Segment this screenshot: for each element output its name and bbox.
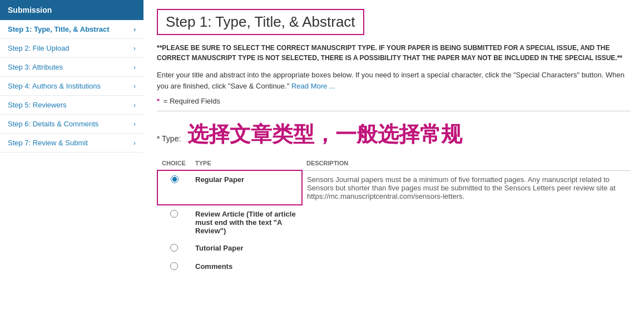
type-cell: Review Article (Title of article must en…: [191, 205, 302, 239]
read-more-link[interactable]: Read More ...: [291, 82, 335, 90]
type-label: * Type:: [157, 134, 181, 143]
choice-cell: [157, 205, 191, 239]
sidebar-item-step4[interactable]: Step 4: Authors & Institutions ›: [0, 77, 143, 96]
warning-text: **PLEASE BE SURE TO SELECT THE CORRECT M…: [157, 43, 631, 63]
sidebar-item-label: Step 2: File Upload: [8, 44, 70, 52]
radio-regular-paper[interactable]: [171, 175, 179, 183]
chevron-right-icon: ›: [133, 45, 136, 52]
section-divider: [157, 111, 631, 111]
sidebar-item-label: Step 5: Reviewers: [8, 101, 67, 109]
type-cell: Comments: [191, 258, 302, 276]
choice-cell: [157, 239, 191, 258]
sidebar-item-label: Step 3: Attributes: [8, 63, 63, 71]
chevron-right-icon: ›: [133, 101, 136, 109]
type-row: * Type: 选择文章类型，一般选择常规: [157, 120, 631, 149]
info-text: Enter your title and abstract into the a…: [157, 70, 631, 91]
desc-cell: [302, 205, 631, 239]
radio-comments[interactable]: [170, 262, 178, 270]
table-row: Comments: [157, 258, 631, 276]
desc-cell: [302, 239, 631, 258]
sidebar: Submission Step 1: Type, Title, & Abstra…: [0, 0, 143, 319]
table-row: Tutorial Paper: [157, 239, 631, 258]
type-table: CHOICE TYPE DESCRIPTION Regular Paper Se…: [157, 156, 631, 276]
sidebar-item-step1[interactable]: Step 1: Type, Title, & Abstract ›: [0, 20, 143, 39]
choice-cell: [157, 258, 191, 276]
col-description: DESCRIPTION: [302, 156, 631, 170]
paper-type-name: Comments: [195, 262, 232, 271]
desc-cell: [302, 258, 631, 276]
paper-type-name: Review Article (Title of article must en…: [195, 210, 296, 235]
radio-tutorial-paper[interactable]: [170, 244, 178, 252]
chevron-right-icon: ›: [133, 26, 136, 33]
type-cell: Tutorial Paper: [191, 239, 302, 258]
col-choice: CHOICE: [157, 156, 191, 170]
main-content: Step 1: Type, Title, & Abstract **PLEASE…: [143, 0, 644, 319]
desc-cell: Sensors Journal papers must be a minimum…: [302, 170, 631, 205]
col-type: TYPE: [191, 156, 302, 170]
chevron-right-icon: ›: [133, 139, 136, 147]
choice-cell: [157, 170, 191, 205]
sidebar-item-label: Step 4: Authors & Institutions: [8, 82, 101, 90]
required-star: *: [157, 97, 160, 105]
paper-type-name: Regular Paper: [195, 175, 244, 184]
sidebar-item-label: Step 6: Details & Comments: [8, 120, 98, 128]
page-title: Step 1: Type, Title, & Abstract: [157, 9, 364, 35]
sidebar-item-label: Step 1: Type, Title, & Abstract: [8, 25, 110, 33]
sidebar-item-step3[interactable]: Step 3: Attributes ›: [0, 58, 143, 77]
sidebar-item-step7[interactable]: Step 7: Review & Submit ›: [0, 134, 143, 153]
table-row: Review Article (Title of article must en…: [157, 205, 631, 239]
sidebar-item-step5[interactable]: Step 5: Reviewers ›: [0, 96, 143, 115]
radio-review-article[interactable]: [170, 210, 178, 218]
table-row: Regular Paper Sensors Journal papers mus…: [157, 170, 631, 205]
chevron-right-icon: ›: [133, 120, 136, 128]
sidebar-item-step2[interactable]: Step 2: File Upload ›: [0, 39, 143, 58]
paper-type-name: Tutorial Paper: [195, 244, 243, 252]
sidebar-item-label: Step 7: Review & Submit: [8, 139, 88, 147]
chevron-right-icon: ›: [133, 63, 136, 71]
sidebar-header: Submission: [0, 0, 143, 20]
type-annotation: 选择文章类型，一般选择常规: [187, 120, 462, 149]
sidebar-item-step6[interactable]: Step 6: Details & Comments ›: [0, 115, 143, 134]
required-note: * = Required Fields: [157, 97, 631, 105]
chevron-right-icon: ›: [133, 82, 136, 90]
type-cell: Regular Paper: [191, 170, 302, 205]
